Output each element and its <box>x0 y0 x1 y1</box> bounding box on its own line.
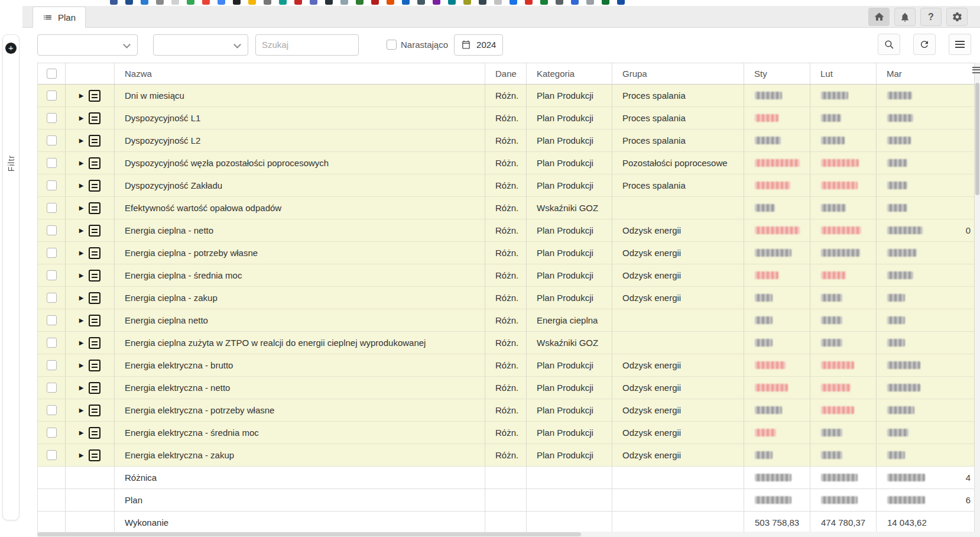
header-kategoria[interactable]: Kategoria <box>527 63 612 84</box>
expand-icon[interactable]: ▶ <box>79 452 84 458</box>
row-menu-button[interactable] <box>89 449 100 461</box>
table-row[interactable]: ▶Dni w miesiącuRóżn.Plan ProdukcjiProces… <box>38 85 975 107</box>
notifications-button[interactable] <box>894 8 916 26</box>
row-checkbox[interactable] <box>47 225 57 235</box>
filter-dropdown-1[interactable] <box>37 34 138 56</box>
expand-icon[interactable]: ▶ <box>79 385 84 391</box>
table-row[interactable]: ▶Dyspozycyjność ZakładuRóżn.Plan Produkc… <box>38 174 975 197</box>
browser-favicon[interactable] <box>402 0 410 5</box>
horizontal-scrollbar-thumb[interactable] <box>37 532 581 536</box>
row-checkbox[interactable] <box>47 203 57 213</box>
browser-favicon[interactable] <box>310 0 317 5</box>
browser-favicon[interactable] <box>510 0 517 5</box>
row-menu-button[interactable] <box>89 270 100 282</box>
row-checkbox[interactable] <box>47 450 57 460</box>
expand-icon[interactable]: ▶ <box>79 115 84 121</box>
browser-favicon[interactable] <box>233 0 241 5</box>
row-menu-button[interactable] <box>89 180 100 192</box>
search-button[interactable] <box>878 34 900 55</box>
expand-icon[interactable]: ▶ <box>79 183 84 189</box>
expand-icon[interactable]: ▶ <box>79 228 84 234</box>
expand-icon[interactable]: ▶ <box>79 295 84 301</box>
row-menu-button[interactable] <box>89 202 100 214</box>
row-menu-button[interactable] <box>89 360 100 371</box>
browser-favicon[interactable] <box>264 0 271 5</box>
table-row[interactable]: ▶Energia cieplna - średnia mocRóżn.Plan … <box>38 264 975 287</box>
browser-favicon[interactable] <box>448 0 456 5</box>
table-row[interactable]: ▶Energia cieplna nettoRóżn.Energia ciepl… <box>38 309 975 332</box>
horizontal-scrollbar[interactable] <box>37 532 975 537</box>
browser-favicon[interactable] <box>556 0 563 5</box>
browser-favicon[interactable] <box>279 0 287 5</box>
row-checkbox[interactable] <box>47 158 57 168</box>
row-checkbox[interactable] <box>47 428 57 438</box>
filter-dropdown-2[interactable] <box>153 34 248 56</box>
row-menu-button[interactable] <box>89 292 100 304</box>
browser-favicon[interactable] <box>494 0 502 5</box>
browser-favicon[interactable] <box>479 0 486 5</box>
browser-favicon[interactable] <box>325 0 333 5</box>
browser-favicon[interactable] <box>340 0 348 5</box>
row-menu-button[interactable] <box>89 247 100 259</box>
row-checkbox[interactable] <box>47 180 57 190</box>
year-picker[interactable]: 2024 <box>454 34 503 56</box>
table-row[interactable]: ▶Efektywność wartość opałowa odpadówRóżn… <box>38 197 975 219</box>
browser-favicon[interactable] <box>294 0 302 5</box>
row-menu-button[interactable] <box>89 157 100 169</box>
browser-favicon[interactable] <box>417 0 425 5</box>
browser-favicon[interactable] <box>125 0 133 5</box>
row-menu-button[interactable] <box>89 90 100 102</box>
header-sty[interactable]: Sty <box>744 63 810 84</box>
browser-favicon[interactable] <box>617 0 625 5</box>
table-row[interactable]: ▶Energia cieplna zużyta w ZTPO w realcji… <box>38 332 975 354</box>
home-button[interactable] <box>868 8 890 26</box>
table-row[interactable]: ▶Energia elektryczna - potrzeby własneRó… <box>38 399 975 422</box>
narastajaco-checkbox-group[interactable]: Narastająco <box>387 40 448 50</box>
expand-icon[interactable]: ▶ <box>79 205 84 211</box>
browser-favicon[interactable] <box>248 0 256 5</box>
table-row[interactable]: ▶Energia cieplna - nettoRóżn.Plan Produk… <box>38 219 975 242</box>
expand-icon[interactable]: ▶ <box>79 340 84 346</box>
browser-favicon[interactable] <box>433 0 440 5</box>
table-row[interactable]: ▶Energia cieplna - zakupRóżn.Plan Produk… <box>38 287 975 309</box>
search-input[interactable] <box>255 34 359 56</box>
row-menu-button[interactable] <box>89 112 100 124</box>
select-all-checkbox[interactable] <box>47 69 57 79</box>
table-row[interactable]: ▶Dyspozycyjność węzła pozostałości popro… <box>38 152 975 174</box>
narastajaco-checkbox[interactable] <box>387 40 397 50</box>
expand-icon[interactable]: ▶ <box>79 250 84 256</box>
column-menu-button[interactable] <box>972 67 980 73</box>
browser-favicon[interactable] <box>202 0 210 5</box>
vertical-scrollbar[interactable] <box>975 63 980 537</box>
header-nazwa[interactable]: Nazwa <box>115 63 485 84</box>
help-button[interactable]: ? <box>920 8 942 26</box>
row-checkbox[interactable] <box>47 293 57 303</box>
settings-button[interactable] <box>946 8 968 26</box>
row-menu-button[interactable] <box>89 405 100 416</box>
browser-favicon[interactable] <box>586 0 594 5</box>
add-icon[interactable]: + <box>5 43 17 54</box>
browser-favicon[interactable] <box>218 0 225 5</box>
row-checkbox[interactable] <box>47 113 57 123</box>
row-checkbox[interactable] <box>47 270 57 280</box>
row-menu-button[interactable] <box>89 337 100 349</box>
expand-icon[interactable]: ▶ <box>79 160 84 166</box>
row-checkbox[interactable] <box>47 383 57 393</box>
row-menu-button[interactable] <box>89 135 100 147</box>
refresh-button[interactable] <box>913 34 936 55</box>
row-menu-button[interactable] <box>89 427 100 439</box>
browser-favicon[interactable] <box>141 0 148 5</box>
browser-favicon[interactable] <box>463 0 471 5</box>
row-menu-button[interactable] <box>89 315 100 326</box>
browser-favicon[interactable] <box>540 0 548 5</box>
browser-favicon[interactable] <box>356 0 364 5</box>
browser-favicon[interactable] <box>171 0 179 5</box>
row-checkbox[interactable] <box>47 405 57 415</box>
table-row[interactable]: ▶Energia elektryczna - nettoRóżn.Plan Pr… <box>38 377 975 399</box>
expand-icon[interactable]: ▶ <box>79 407 84 413</box>
expand-icon[interactable]: ▶ <box>79 363 84 368</box>
vertical-scrollbar-thumb[interactable] <box>975 83 979 195</box>
table-row[interactable]: ▶Energia elektryczna - bruttoRóżn.Plan P… <box>38 354 975 377</box>
table-row[interactable]: ▶Energia elektryczna - średnia mocRóżn.P… <box>38 422 975 444</box>
table-row[interactable]: ▶Dyspozycyjność L1Różn.Plan ProdukcjiPro… <box>38 107 975 130</box>
